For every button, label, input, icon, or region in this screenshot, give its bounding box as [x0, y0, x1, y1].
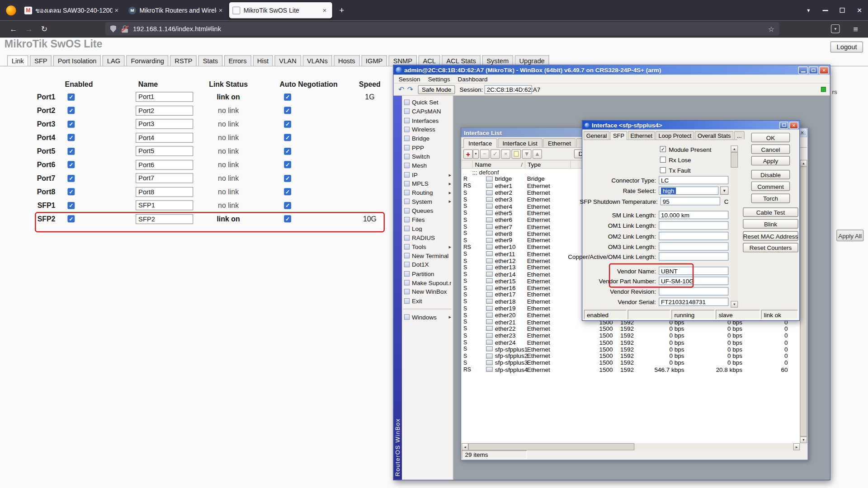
menu-session[interactable]: Session	[395, 75, 424, 82]
sidebar-item-queues[interactable]: Queues	[402, 206, 453, 215]
tab-acl-stats[interactable]: ACL Stats	[442, 55, 480, 66]
autoneg-checkbox[interactable]: ✓	[284, 202, 291, 209]
tab-vlan[interactable]: VLAN	[275, 55, 301, 66]
sidebar-item-switch[interactable]: Switch	[402, 152, 453, 161]
sidebar-item-system[interactable]: System▸	[402, 197, 453, 206]
port-name-input[interactable]: SFP1	[136, 201, 193, 211]
sfp-tab-overall-stats[interactable]: Overall Stats	[695, 131, 734, 139]
tab-lag[interactable]: LAG	[103, 55, 125, 66]
type-column-header[interactable]: Type	[525, 160, 571, 168]
sfp-tab-general[interactable]: General	[584, 131, 610, 139]
tab-hosts[interactable]: Hosts	[334, 55, 359, 66]
tab-errors[interactable]: Errors	[224, 55, 251, 66]
filter-down-icon[interactable]: ▼	[522, 149, 532, 159]
tab-upgrade[interactable]: Upgrade	[515, 55, 549, 66]
enabled-checkbox[interactable]: ✓	[67, 161, 75, 169]
winbox-titlebar[interactable]: admin@2C:C8:1B:4D:62:A7 (MikroTik) - Win…	[394, 65, 830, 75]
sidebar-item-quick-set[interactable]: Quick Set	[402, 98, 453, 107]
browser-tab-3[interactable]: MikroTik SwOS Lite×	[229, 2, 332, 19]
sidebar-item-interfaces[interactable]: Interfaces	[402, 116, 453, 125]
sfp-tab-ethernet[interactable]: Ethernet	[627, 131, 655, 139]
enabled-checkbox[interactable]: ✓	[67, 94, 75, 101]
field-input-om1-link-length[interactable]	[659, 221, 728, 230]
dropdown-button[interactable]: ▼	[720, 187, 728, 195]
field-input-rate-select[interactable]: high	[659, 187, 718, 195]
interface-row-ether24[interactable]: Sether24Ethernet150015920 bps0 bps0	[462, 339, 800, 346]
interface-row-sfp-sfpplus3[interactable]: Ssfp-sfpplus3Ethernet150015920 bps0 bps0	[462, 359, 800, 366]
autoneg-checkbox[interactable]: ✓	[284, 161, 291, 169]
field-input-sfp-shutdown-temperature[interactable]: 95	[660, 197, 720, 205]
interface-row-sfp-sfpplus4[interactable]: RSsfp-sfpplus4Ethernet15001592546.7 kbps…	[462, 366, 800, 373]
button-reset-counters[interactable]: Reset Counters	[743, 243, 798, 253]
enabled-checkbox[interactable]: ✓	[67, 134, 75, 141]
interface-row-sfp-sfpplus1[interactable]: Ssfp-sfpplus1Ethernet150015920 bps0 bps0	[462, 346, 800, 352]
dialog-restore-button[interactable]	[779, 122, 788, 129]
apply-all-button[interactable]: Apply All	[836, 230, 863, 241]
port-name-input[interactable]: Port5	[136, 146, 193, 156]
horizontal-scrollbar[interactable]: ◄ ►	[462, 443, 800, 450]
button-cable-test[interactable]: Cable Test	[743, 207, 798, 217]
button-apply[interactable]: Apply	[751, 156, 790, 165]
port-name-input[interactable]: Port2	[136, 106, 193, 116]
autoneg-checkbox[interactable]: ✓	[284, 175, 291, 182]
sidebar-item-exit[interactable]: Exit	[402, 296, 453, 305]
sidebar-item-wireless[interactable]: Wireless	[402, 125, 453, 134]
sfp-tab-item[interactable]: ...	[734, 131, 745, 139]
menu-settings[interactable]: Settings	[424, 75, 454, 82]
url-text[interactable]: 192.168.1.146/index.html#link	[133, 25, 768, 33]
remove-button[interactable]: −	[480, 149, 490, 159]
winbox-close-button[interactable]: ×	[819, 66, 829, 74]
tab-stats[interactable]: Stats	[198, 55, 222, 66]
back-button[interactable]: ←	[5, 24, 21, 33]
button-cancel[interactable]: Cancel	[751, 145, 790, 154]
sfp-tab-loop-protect[interactable]: Loop Protect	[656, 131, 694, 139]
button-disable[interactable]: Disable	[751, 170, 790, 179]
reload-button[interactable]: ↻	[37, 24, 52, 33]
tab-sfp[interactable]: SFP	[30, 55, 52, 66]
sidebar-item-bridge[interactable]: Bridge	[402, 134, 453, 143]
forward-button[interactable]: →	[21, 24, 37, 33]
winbox-minimize-button[interactable]	[798, 66, 808, 74]
new-tab-button[interactable]: +	[333, 5, 350, 15]
autoneg-checkbox[interactable]: ✓	[284, 188, 291, 196]
iface-tab-interface[interactable]: Interface	[463, 138, 497, 148]
tab-acl[interactable]: ACL	[419, 55, 440, 66]
sidebar-item-radius[interactable]: RADIUS	[402, 233, 453, 242]
sidebar-item-ip[interactable]: IP▸	[402, 170, 453, 179]
comment-button[interactable]	[511, 149, 521, 159]
sidebar-item-files[interactable]: Files	[402, 215, 453, 224]
port-name-input[interactable]: Port1	[136, 92, 193, 102]
browser-tab-1[interactable]: Mของเดลม SAW30-240-1200 คุณ×	[21, 2, 124, 19]
sfp-tab-sfp[interactable]: SFP	[610, 131, 627, 140]
scroll-up-icon[interactable]: ▲	[731, 145, 738, 152]
redo-icon[interactable]: ↷	[406, 85, 415, 94]
button-comment[interactable]: Comment	[751, 182, 790, 191]
safe-mode-button[interactable]: Safe Mode	[418, 85, 455, 94]
sidebar-item-new-terminal[interactable]: New Terminal	[402, 251, 453, 260]
name-column-header[interactable]: Name /	[473, 160, 525, 168]
url-bar[interactable]: 192.168.1.146/index.html#link ☆	[105, 22, 779, 35]
insecure-lock-icon[interactable]	[121, 25, 128, 33]
enabled-checkbox[interactable]: ✓	[67, 107, 75, 114]
hscrollbar-thumb[interactable]	[468, 443, 634, 450]
port-name-input[interactable]: Port6	[136, 160, 193, 170]
tab-igmp[interactable]: IGMP	[361, 55, 387, 66]
scrollbar-thumb[interactable]	[731, 152, 738, 168]
bookmark-star-icon[interactable]: ☆	[768, 24, 774, 33]
sidebar-item-mpls[interactable]: MPLS▸	[402, 179, 453, 188]
tracking-shield-icon[interactable]	[110, 25, 116, 33]
sidebar-item-ppp[interactable]: PPP	[402, 143, 453, 152]
autoneg-checkbox[interactable]: ✓	[284, 107, 291, 114]
sidebar-item-routing[interactable]: Routing▸	[402, 188, 453, 197]
dialog-scrollbar[interactable]: ▲ ▼	[731, 145, 738, 308]
field-input-vendor-revision[interactable]	[659, 287, 728, 296]
list-tabs-icon[interactable]: ▾	[801, 7, 817, 13]
tab-close-icon[interactable]: ×	[321, 6, 329, 14]
extension-icon[interactable]: ▾	[831, 24, 840, 33]
enabled-checkbox[interactable]: ✓	[67, 188, 75, 196]
window-minimize-button[interactable]	[816, 0, 834, 20]
tab-port-isolation[interactable]: Port Isolation	[53, 55, 101, 66]
undo-icon[interactable]: ↶	[397, 85, 406, 94]
interface-row-sfp-sfpplus2[interactable]: Ssfp-sfpplus2Ethernet150015920 bps0 bps0	[462, 352, 800, 359]
vertical-scrollbar[interactable]: ▲ ▼	[800, 160, 807, 443]
